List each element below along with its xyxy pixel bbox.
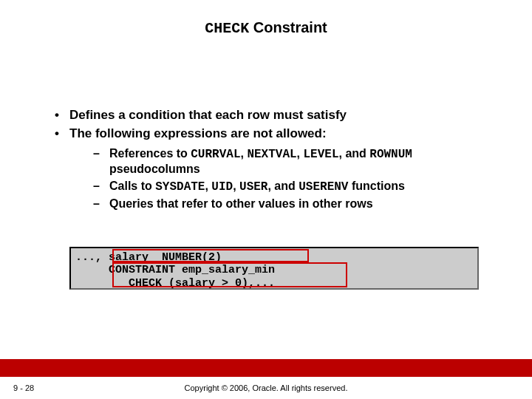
title-code: CHECK — [205, 20, 249, 37]
footer-bar: ORACLE — [0, 359, 532, 377]
sub-calls: Calls to SYSDATE, UID, USER, and USERENV… — [93, 179, 495, 195]
bullet-not-allowed: The following expressions are not allowe… — [52, 126, 495, 141]
slide-title: CHECK Constraint — [0, 19, 532, 37]
content-area: Defines a condition that each row must s… — [52, 107, 495, 214]
bullet-defines: Defines a condition that each row must s… — [52, 107, 495, 123]
code-example: ..., salary NUMBER(2) CONSTRAINT emp_sal… — [75, 251, 275, 290]
slide: CHECK Constraint Defines a condition tha… — [0, 0, 532, 399]
sub-bullet-list: References to CURRVAL, NEXTVAL, LEVEL, a… — [93, 146, 495, 212]
title-text: Constraint — [253, 19, 327, 35]
sub-queries: Queries that refer to other values in ot… — [93, 197, 495, 212]
copyright-text: Copyright © 2006, Oracle. All rights res… — [0, 383, 532, 392]
code-example-box: ..., salary NUMBER(2) CONSTRAINT emp_sal… — [69, 247, 479, 290]
oracle-logo: ORACLE — [472, 341, 520, 352]
sub-references: References to CURRVAL, NEXTVAL, LEVEL, a… — [93, 146, 495, 178]
